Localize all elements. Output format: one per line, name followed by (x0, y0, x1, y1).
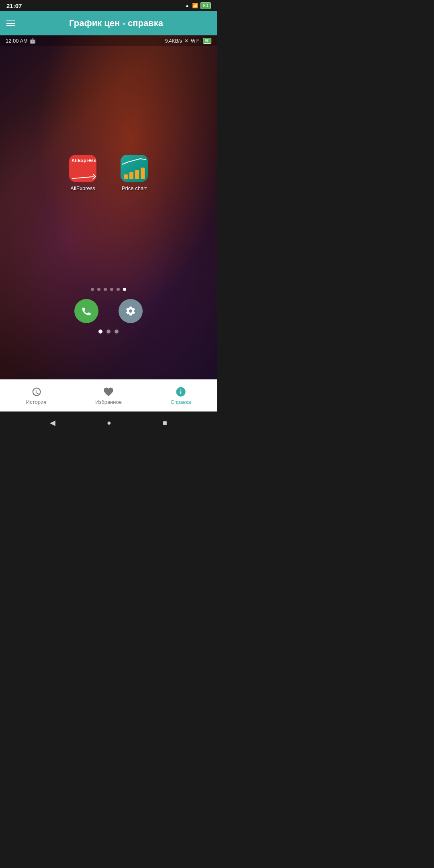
history-label: История (26, 399, 46, 405)
system-nav-bar: ◀ ● ■ (0, 411, 217, 434)
app-bar: График цен - справка (0, 11, 217, 35)
aliexpress-icon-wrapper: AliExpress ✦ (69, 155, 96, 182)
pricechart-app-icon[interactable]: Price chart (121, 155, 148, 191)
dock-dot-2 (106, 330, 111, 334)
aliexpress-icon-bg: AliExpress ✦ (69, 155, 96, 182)
dock-dots (0, 330, 217, 342)
inner-network-speed: 9.4KB/s (165, 38, 182, 44)
ae-text: AliExpress (72, 158, 96, 163)
page-dot-1 (91, 288, 94, 291)
heart-icon (103, 386, 114, 397)
bottom-nav: История Избранное Справка (0, 379, 217, 411)
wifi-icon: ▲ (185, 3, 190, 8)
nav-item-help[interactable]: Справка (145, 383, 217, 408)
page-dots (0, 288, 217, 291)
status-bar: 21:07 ▲ 📶 80 (0, 0, 217, 11)
inner-wifi-icon: WiFi (191, 38, 201, 44)
chart-line-svg (122, 158, 146, 166)
page-dot-2 (97, 288, 100, 291)
nav-item-history[interactable]: История (0, 383, 72, 408)
dock-dot-3 (115, 330, 119, 334)
pricechart-icon-wrapper (121, 155, 148, 182)
dock-settings-button[interactable] (119, 299, 143, 323)
phone-icon (81, 305, 92, 317)
status-icons: ▲ 📶 80 (185, 2, 211, 9)
back-button[interactable]: ◀ (50, 418, 55, 427)
page-dot-6 (123, 288, 126, 291)
ae-swoosh (72, 176, 94, 179)
inner-status-bar: 12:00 AM 🤖 9.4KB/s ✕ WiFi 80 (0, 35, 217, 46)
inner-status-right: 9.4KB/s ✕ WiFi 80 (165, 38, 211, 44)
inner-cross-icon: ✕ (184, 38, 188, 44)
wallpaper (0, 35, 217, 379)
aliexpress-label: AliExpress (70, 185, 95, 191)
bar-3 (135, 170, 139, 179)
home-button[interactable]: ● (107, 419, 111, 427)
pricechart-icon-bg (121, 155, 148, 182)
nav-item-favorites[interactable]: Избранное (72, 383, 145, 408)
app-bar-title: График цен - справка (22, 18, 211, 29)
app-icons-area: AliExpress ✦ AliExpress (0, 155, 217, 191)
phone-screen: 12:00 AM 🤖 9.4KB/s ✕ WiFi 80 AliExpress … (0, 35, 217, 379)
history-icon (31, 386, 42, 397)
recents-button[interactable]: ■ (163, 419, 167, 427)
bar-2 (129, 172, 133, 179)
android-emoji: 🤖 (29, 38, 36, 44)
battery-icon: 80 (201, 2, 211, 9)
menu-button[interactable] (6, 20, 15, 26)
page-dot-4 (110, 288, 113, 291)
bar-4 (141, 168, 145, 179)
chart-bars (124, 168, 145, 179)
signal-icon: 📶 (192, 3, 198, 8)
status-time: 21:07 (6, 2, 22, 9)
page-dot-5 (117, 288, 120, 291)
favorites-label: Избранное (95, 399, 122, 405)
info-circle-icon (175, 386, 186, 397)
page-dot-3 (104, 288, 107, 291)
dock-phone-button[interactable] (74, 299, 98, 323)
bar-1 (124, 174, 128, 179)
pricechart-label: Price chart (122, 185, 147, 191)
ae-star: ✦ (88, 157, 92, 164)
dock-dot-1 (98, 330, 102, 334)
dock (0, 299, 217, 323)
settings-icon (125, 305, 136, 317)
inner-battery: 80 (203, 38, 211, 44)
help-label: Справка (171, 399, 191, 405)
aliexpress-app-icon[interactable]: AliExpress ✦ AliExpress (69, 155, 96, 191)
inner-time: 12:00 AM 🤖 (6, 38, 36, 44)
